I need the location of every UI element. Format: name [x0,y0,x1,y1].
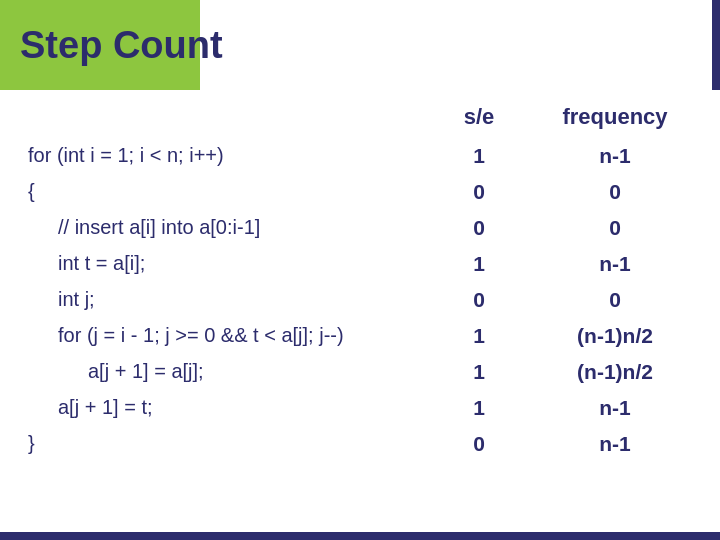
freq-cell: n-1 [530,246,700,282]
col-header-freq: frequency [530,100,700,138]
se-cell: 1 [428,390,530,426]
table-header-row: s/e frequency [20,100,700,138]
freq-cell: (n-1)n/2 [530,354,700,390]
se-cell: 1 [428,354,530,390]
code-cell: int t = a[i]; [20,246,428,282]
freq-cell: (n-1)n/2 [530,318,700,354]
bottom-accent-bar [0,532,720,540]
col-header-se: s/e [428,100,530,138]
code-cell: a[j + 1] = t; [20,390,428,426]
code-cell: int j; [20,282,428,318]
freq-cell: n-1 [530,138,700,174]
col-header-code [20,100,428,138]
table-row: int j;00 [20,282,700,318]
table-row: a[j + 1] = a[j];1(n-1)n/2 [20,354,700,390]
code-cell: for (int i = 1; i < n; i++) [20,138,428,174]
code-cell: // insert a[i] into a[0:i-1] [20,210,428,246]
step-count-table: s/e frequency for (int i = 1; i < n; i++… [20,100,700,462]
code-cell: } [20,426,428,462]
freq-cell: n-1 [530,426,700,462]
slide-container: Step Count s/e frequency for (int i = 1;… [0,0,720,540]
page-title: Step Count [20,24,223,67]
code-cell: { [20,174,428,210]
freq-cell: 0 [530,174,700,210]
table-row: // insert a[i] into a[0:i-1]00 [20,210,700,246]
title-area: Step Count [0,0,720,90]
se-cell: 1 [428,138,530,174]
content-area: s/e frequency for (int i = 1; i < n; i++… [20,100,700,520]
table-row: int t = a[i];1n-1 [20,246,700,282]
table-row: for (int i = 1; i < n; i++)1n-1 [20,138,700,174]
freq-cell: 0 [530,210,700,246]
freq-cell: n-1 [530,390,700,426]
se-cell: 0 [428,282,530,318]
se-cell: 1 [428,318,530,354]
freq-cell: 0 [530,282,700,318]
se-cell: 1 [428,246,530,282]
se-cell: 0 [428,426,530,462]
table-row: for (j = i - 1; j >= 0 && t < a[j]; j--)… [20,318,700,354]
table-row: a[j + 1] = t;1n-1 [20,390,700,426]
code-cell: for (j = i - 1; j >= 0 && t < a[j]; j--) [20,318,428,354]
table-row: }0n-1 [20,426,700,462]
se-cell: 0 [428,174,530,210]
code-cell: a[j + 1] = a[j]; [20,354,428,390]
se-cell: 0 [428,210,530,246]
table-row: {00 [20,174,700,210]
